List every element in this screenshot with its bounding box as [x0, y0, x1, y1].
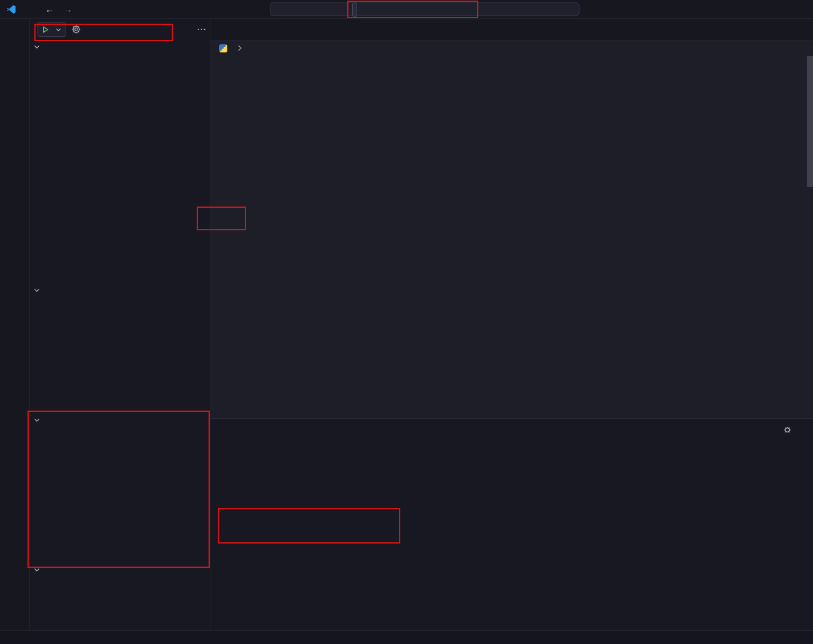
chevron-down-icon	[54, 26, 62, 34]
chevron-down-icon	[32, 416, 41, 424]
bottom-panel	[210, 418, 813, 630]
status-bar	[0, 630, 813, 644]
activity-bar	[0, 19, 30, 630]
debug-console-selector[interactable]	[782, 424, 796, 434]
vscode-logo-icon	[0, 4, 22, 14]
panel-tabbar	[210, 419, 813, 439]
debug-config-dropdown[interactable]	[37, 22, 66, 37]
sidebar-more-actions[interactable]: ⋯	[197, 24, 206, 35]
code-editor[interactable]	[210, 56, 813, 418]
call-stack-section-header[interactable]	[30, 413, 210, 427]
command-center[interactable]	[270, 2, 579, 16]
chevron-down-icon	[32, 42, 41, 51]
sidebar-header: ⋯	[30, 19, 210, 40]
chevron-down-icon	[32, 286, 41, 295]
watch-section-header[interactable]	[30, 283, 210, 297]
start-debug-icon[interactable]	[41, 26, 49, 34]
chevron-down-icon	[32, 565, 41, 574]
vscode-window: ← → ⋯	[0, 0, 813, 644]
debug-settings-gear-icon[interactable]	[71, 24, 81, 34]
editor-group	[210, 19, 813, 418]
breakpoints-section-header[interactable]	[30, 563, 210, 577]
editor-scrollbar[interactable]	[807, 56, 813, 187]
history-nav: ← →	[45, 4, 72, 14]
debug-toolbar	[352, 2, 357, 17]
editor-tabs	[210, 19, 813, 41]
breadcrumb[interactable]	[210, 41, 813, 56]
variables-section-header[interactable]	[30, 40, 210, 54]
chevron-right-icon	[235, 43, 245, 53]
back-arrow-icon[interactable]: ←	[45, 4, 54, 14]
terminal[interactable]	[210, 439, 813, 630]
forward-arrow-icon[interactable]: →	[63, 4, 72, 14]
debug-console-icon	[782, 424, 792, 434]
python-file-icon	[219, 44, 227, 52]
run-and-debug-sidebar: ⋯	[30, 19, 210, 630]
panel-actions	[782, 424, 813, 434]
titlebar: ← →	[0, 0, 813, 19]
